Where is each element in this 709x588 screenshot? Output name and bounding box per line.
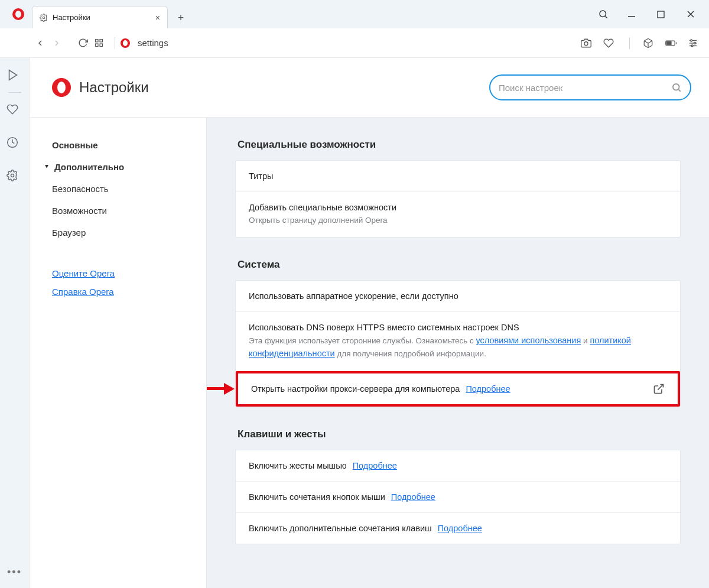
divider	[115, 37, 115, 49]
svg-point-21	[691, 45, 693, 47]
maximize-button[interactable]	[657, 11, 671, 18]
tab-close-button[interactable]: ×	[155, 13, 160, 22]
cube-icon[interactable]	[643, 38, 656, 48]
settings-sidebar-icon[interactable]	[6, 170, 23, 181]
card-accessibility: Титры Добавить специальные возможности О…	[235, 160, 681, 238]
titlebar: Настройки × +	[0, 0, 709, 28]
opera-logo-icon	[12, 8, 24, 20]
row-sub: Открыть страницу дополнений Opera	[249, 215, 667, 226]
svg-point-24	[11, 174, 14, 177]
search-input[interactable]	[499, 83, 671, 93]
row-label: Включить жесты мышью	[249, 461, 347, 470]
snapshot-icon[interactable]	[581, 38, 594, 48]
divider	[8, 92, 21, 93]
browser-tab[interactable]: Настройки ×	[32, 6, 168, 28]
svg-line-2	[605, 16, 607, 18]
svg-line-27	[658, 384, 663, 389]
svg-marker-22	[9, 70, 17, 80]
nav-forward-button[interactable]	[52, 38, 69, 48]
site-opera-icon	[119, 38, 132, 48]
row-sub: Эта функция использует сторонние службы.…	[249, 334, 667, 360]
svg-rect-8	[100, 40, 103, 43]
svg-point-20	[694, 42, 696, 44]
svg-rect-4	[658, 11, 664, 18]
link-terms[interactable]: условиями использования	[476, 336, 581, 345]
row-label: Включить дополнительные сочетания клавиш	[249, 524, 432, 533]
link-more[interactable]: Подробнее	[438, 524, 482, 533]
row-label: Открыть настройки прокси-сервера для ком…	[251, 384, 460, 394]
nav-advanced-label: Дополнительно	[54, 162, 124, 172]
annotation-marker: 3	[207, 379, 235, 398]
caret-up-icon: ▲	[44, 164, 50, 170]
svg-point-25	[673, 84, 679, 90]
settings-split: Основные ▲ Дополнительно Безопасность Во…	[30, 117, 709, 588]
opera-logo-icon	[52, 78, 71, 97]
text: для получения подробной информации.	[337, 349, 486, 358]
row-dns-over-https[interactable]: Использовать DNS поверх HTTPS вместо сис…	[236, 311, 680, 371]
more-icon[interactable]: •••	[7, 566, 22, 579]
divider	[629, 37, 630, 49]
history-icon[interactable]	[6, 137, 23, 148]
row-label: Использовать DNS поверх HTTPS вместо сис…	[249, 323, 667, 332]
close-window-button[interactable]	[687, 10, 701, 18]
row-advanced-shortcuts[interactable]: Включить дополнительные сочетания клавиш…	[236, 512, 680, 544]
body-area: ••• Настройки Основные ▲	[0, 58, 709, 588]
address-right-icons	[581, 37, 701, 49]
row-label: Использовать аппаратное ускорение, если …	[249, 291, 667, 301]
speed-dial-button[interactable]	[95, 38, 111, 47]
tab-label: Настройки	[53, 13, 151, 22]
opera-menu-button[interactable]	[7, 0, 30, 28]
nav-link-rate[interactable]: Оцените Opera	[52, 268, 196, 278]
nav-advanced[interactable]: ▲ Дополнительно	[44, 156, 196, 178]
heart-icon[interactable]	[603, 38, 616, 48]
nav-sub-browser[interactable]: Браузер	[44, 222, 196, 243]
minimize-button[interactable]	[627, 10, 642, 18]
page-title: Настройки	[79, 79, 149, 96]
svg-rect-9	[96, 44, 99, 47]
reload-button[interactable]	[78, 38, 95, 48]
card-keys: Включить жесты мышью Подробнее Включить …	[235, 450, 681, 544]
row-mouse-gestures[interactable]: Включить жесты мышью Подробнее	[236, 450, 680, 481]
text: Эта функция использует сторонние службы.…	[249, 336, 476, 345]
row-rocker-gestures[interactable]: Включить сочетания кнопок мыши Подробнее	[236, 481, 680, 512]
external-link-icon[interactable]	[653, 383, 665, 395]
settings-search[interactable]	[489, 74, 691, 100]
heart-sidebar-icon[interactable]	[6, 103, 23, 115]
svg-rect-14	[666, 41, 671, 44]
window-controls	[598, 9, 704, 20]
nav-sub-features[interactable]: Возможности	[44, 200, 196, 222]
section-accessibility-title: Специальные возможности	[238, 139, 681, 151]
row-add-accessibility[interactable]: Добавить специальные возможности Открыть…	[236, 191, 680, 237]
content: Настройки Основные ▲ Дополнительно Бе	[30, 58, 709, 588]
nav-sub-security[interactable]: Безопасность	[44, 178, 196, 200]
link-more[interactable]: Подробнее	[353, 461, 397, 470]
svg-point-19	[691, 40, 692, 41]
row-hw-accel[interactable]: Использовать аппаратное ускорение, если …	[236, 281, 680, 311]
row-label: Титры	[249, 171, 667, 181]
play-icon[interactable]	[6, 69, 23, 82]
row-label: Включить сочетания кнопок мыши	[249, 492, 385, 502]
easy-setup-icon[interactable]	[688, 38, 701, 48]
nav-back-button[interactable]	[35, 38, 52, 48]
svg-point-0	[43, 17, 45, 19]
row-proxy-settings[interactable]: Открыть настройки прокси-сервера для ком…	[236, 371, 680, 407]
row-captions[interactable]: Титры	[236, 161, 680, 191]
nav-main[interactable]: Основные	[44, 134, 196, 156]
tab-strip: Настройки × +	[32, 0, 191, 28]
svg-rect-10	[100, 44, 103, 47]
link-more[interactable]: Подробнее	[391, 492, 435, 502]
nav-extra-links: Оцените Opera Справка Opera	[44, 268, 196, 297]
gear-icon	[40, 14, 48, 22]
settings-header: Настройки	[30, 58, 709, 117]
address-url[interactable]: settings	[138, 38, 168, 48]
search-icon[interactable]	[598, 9, 612, 20]
battery-icon[interactable]	[665, 39, 678, 47]
nav-link-help[interactable]: Справка Opera	[52, 287, 196, 297]
svg-point-11	[584, 41, 588, 45]
text: и	[583, 336, 590, 345]
svg-line-26	[678, 89, 680, 91]
link-more[interactable]: Подробнее	[466, 384, 510, 394]
card-system: Использовать аппаратное ускорение, если …	[235, 280, 681, 407]
section-system-title: Система	[238, 259, 681, 271]
new-tab-button[interactable]: +	[170, 7, 191, 28]
